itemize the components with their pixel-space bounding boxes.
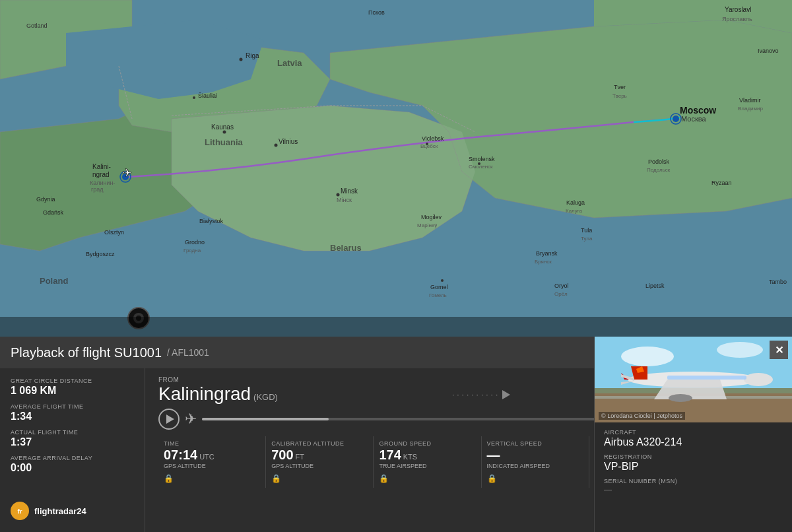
actual-flight-time: ACTUAL FLIGHT TIME 1:37 (11, 429, 134, 448)
svg-text:Ярославль: Ярославль (722, 16, 752, 22)
svg-point-35 (673, 116, 679, 122)
svg-text:Šiauliai: Šiauliai (198, 92, 217, 99)
svg-text:Гомель: Гомель (429, 292, 447, 298)
svg-point-99 (669, 394, 692, 402)
svg-text:Smolensk: Smolensk (469, 156, 495, 162)
svg-point-93 (717, 342, 763, 358)
left-stats: GREAT CIRCLE DISTANCE 1 069 KM AVERAGE F… (0, 368, 145, 532)
svg-point-18 (240, 58, 243, 61)
svg-rect-83 (0, 317, 792, 337)
play-button[interactable] (158, 409, 180, 430)
svg-text:Tula: Tula (581, 227, 592, 234)
svg-text:Калуга: Калуга (566, 208, 583, 214)
svg-text:Подольск: Подольск (647, 167, 671, 173)
svg-text:Oryol: Oryol (554, 283, 569, 289)
svg-text:Смоленск: Смоленск (469, 164, 493, 170)
svg-text:Lipetsk: Lipetsk (645, 283, 665, 289)
svg-text:Yaroslavl: Yaroslavl (725, 6, 751, 13)
svg-text:Viclebsk: Viclebsk (422, 135, 444, 142)
lock-icon-alt: 🔒 (271, 474, 281, 483)
aircraft-details: AIRCRAFT Airbus A320-214 REGISTRATION VP… (595, 422, 792, 532)
svg-text:Bydgoszcz: Bydgoszcz (86, 251, 115, 257)
svg-text:Ivanovo: Ivanovo (758, 48, 779, 54)
svg-text:Псков: Псков (368, 9, 385, 16)
page-title: Playback of flight SU1001 (11, 345, 162, 360)
arrow-right-icon (502, 390, 510, 399)
lock-icon-vs: 🔒 (487, 474, 497, 483)
aircraft-panel: ✕ © Loredana Cioclei | Jetphotos AIRCRAF… (594, 337, 792, 532)
altitude-metric: CALIBRATED ALTITUDE 700 FT GPS ALTITUDE … (266, 436, 374, 488)
svg-point-98 (744, 373, 773, 386)
vertical-speed-value: — (487, 448, 500, 461)
progress-bar-fill (202, 418, 329, 420)
svg-text:Владимир: Владимир (738, 106, 764, 112)
aircraft-registration: REGISTRATION VP-BIP (604, 453, 783, 473)
svg-text:Poland: Poland (40, 276, 68, 286)
svg-text:Мінск: Мінск (337, 197, 352, 203)
svg-text:✈: ✈ (122, 166, 132, 180)
vertical-speed-metric: VERTICAL SPEED — INDICATED AIRSPEED 🔒 (482, 436, 589, 488)
svg-text:Марінеў: Марінеў (417, 222, 437, 228)
svg-text:Гродна: Гродна (183, 248, 201, 253)
svg-point-55 (441, 279, 444, 282)
close-button[interactable]: ✕ (770, 341, 788, 359)
svg-text:Тверь: Тверь (612, 93, 627, 99)
svg-point-27 (193, 96, 195, 99)
svg-text:Vladimir: Vladimir (739, 97, 761, 104)
ground-speed-metric: GROUND SPEED 174 KTS TRUE AIRSPEED 🔒 (374, 436, 481, 488)
svg-text:Latvia: Latvia (277, 58, 302, 68)
svg-text:Moscow: Moscow (680, 105, 716, 116)
svg-text:Minsk: Minsk (341, 187, 358, 195)
average-arrival-delay: AVERAGE ARRIVAL DELAY 0:00 (11, 455, 134, 474)
origin-city: Kaliningrad (158, 385, 251, 403)
svg-rect-100 (667, 376, 746, 380)
time-metric: TIME 07:14 UTC GPS ALTITUDE 🔒 (158, 436, 266, 488)
svg-text:Grodno: Grodno (185, 239, 205, 246)
play-icon (166, 415, 174, 424)
svg-text:Kaunas: Kaunas (211, 123, 234, 131)
great-circle-distance: GREAT CIRCLE DISTANCE 1 069 KM (11, 378, 134, 397)
svg-text:Białystok: Białystok (199, 218, 224, 224)
page-subtitle: / AFL1001 (167, 347, 209, 358)
svg-text:Kaluga: Kaluga (566, 199, 585, 206)
svg-text:Vilnius: Vilnius (279, 138, 298, 145)
logo-text: flightradar24 (34, 506, 86, 516)
aircraft-photo: ✕ © Loredana Cioclei | Jetphotos (595, 337, 792, 422)
svg-text:Gdynia: Gdynia (36, 196, 55, 203)
svg-text:Калинин-: Калинин- (90, 180, 116, 186)
svg-text:Belarus: Belarus (330, 243, 362, 253)
lock-icon: 🔒 (164, 474, 174, 483)
svg-text:Bryansk: Bryansk (536, 250, 558, 257)
svg-text:Mogilev: Mogilev (421, 214, 442, 220)
svg-text:Орёл: Орёл (554, 291, 568, 297)
svg-text:Riga: Riga (246, 52, 259, 59)
origin-code: (KGD) (253, 392, 278, 402)
svg-text:Тула: Тула (581, 236, 593, 242)
svg-text:Lithuania: Lithuania (205, 137, 244, 147)
plane-icon: ✈ (185, 411, 197, 428)
svg-text:Вцебск: Вцебск (420, 143, 438, 149)
bottom-panel: Playback of flight SU1001 / AFL1001 GREA… (0, 337, 792, 532)
photo-credit: © Loredana Cioclei | Jetphotos (599, 412, 685, 420)
lock-icon-gs: 🔒 (379, 474, 389, 483)
svg-text:Москва: Москва (681, 115, 706, 123)
svg-text:Брянск: Брянск (535, 259, 552, 265)
time-value: 07:14 (164, 448, 197, 461)
ground-speed-value: 174 (379, 448, 401, 461)
altitude-value: 700 (271, 448, 293, 461)
svg-text:Olsztyn: Olsztyn (104, 229, 124, 236)
svg-text:Gomel: Gomel (430, 284, 448, 290)
svg-text:град: град (91, 186, 104, 193)
svg-text:Ryzaan: Ryzaan (711, 180, 732, 186)
svg-text:Tambo: Tambo (769, 279, 787, 285)
svg-text:Tver: Tver (614, 84, 626, 90)
origin: FROM Kaliningrad (KGD) (158, 376, 278, 403)
map-container: Latvia Lithuania Belarus Poland Riga Kau… (0, 0, 792, 337)
svg-point-22 (275, 144, 278, 147)
svg-point-20 (223, 131, 226, 134)
aircraft-serial: SERIAL NUMBER (MSN) — (604, 478, 783, 494)
average-flight-time: AVERAGE FLIGHT TIME 1:34 (11, 403, 134, 422)
logo-area: fr flightradar24 (11, 502, 134, 523)
svg-point-92 (621, 347, 674, 366)
svg-text:Podolsk: Podolsk (648, 158, 670, 165)
